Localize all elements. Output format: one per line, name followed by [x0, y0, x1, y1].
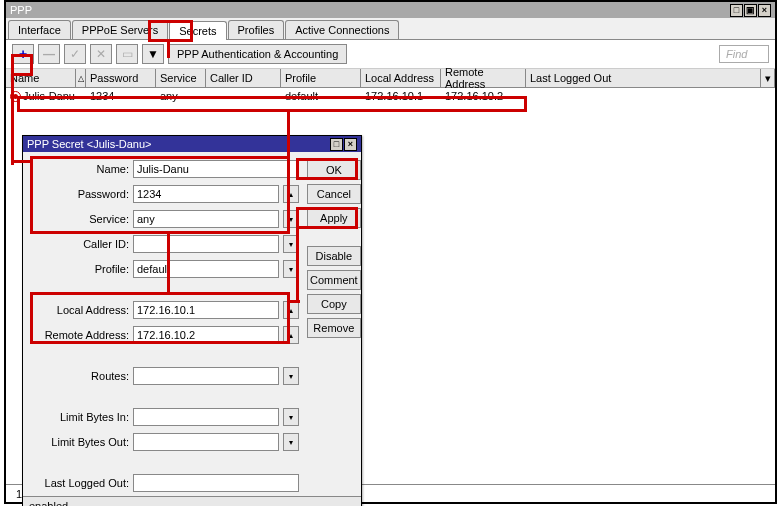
- ppp-secret-dialog: PPP Secret <Julis-Danu> □ × Name: Passwo…: [22, 135, 362, 506]
- input-name[interactable]: [133, 160, 299, 178]
- table-row[interactable]: Julis-Danu 1234 any default 172.16.10.1 …: [6, 88, 775, 104]
- label-last-logged: Last Logged Out:: [31, 477, 129, 489]
- input-last-logged[interactable]: [133, 474, 299, 492]
- field-profile: Profile: ▾: [31, 260, 299, 278]
- ppp-auth-button[interactable]: PPP Authentication & Accounting: [168, 44, 347, 64]
- field-service: Service: ▾: [31, 210, 299, 228]
- label-routes: Routes:: [31, 370, 129, 382]
- profile-dropdown-icon[interactable]: ▾: [283, 260, 299, 278]
- field-password: Password: ▴: [31, 185, 299, 203]
- label-password: Password:: [31, 188, 129, 200]
- col-local-address[interactable]: Local Address: [361, 69, 441, 87]
- cell-profile: default: [281, 89, 361, 103]
- limit-out-toggle-icon[interactable]: ▾: [283, 433, 299, 451]
- label-name: Name:: [31, 163, 129, 175]
- field-limit-bytes-out: Limit Bytes Out: ▾: [31, 433, 299, 451]
- col-name[interactable]: Name: [6, 69, 76, 87]
- field-local-address: Local Address: ▴: [31, 301, 299, 319]
- cell-name-text: Julis-Danu: [23, 90, 75, 102]
- comment-button[interactable]: ▭: [116, 44, 138, 64]
- caller-id-toggle-icon[interactable]: ▾: [283, 235, 299, 253]
- field-name: Name:: [31, 160, 299, 178]
- col-password[interactable]: Password: [86, 69, 156, 87]
- grid-header: Name △ Password Service Caller ID Profil…: [6, 69, 775, 88]
- main-title: PPP: [10, 4, 32, 16]
- label-limit-in: Limit Bytes In:: [31, 411, 129, 423]
- cell-service: any: [156, 89, 206, 103]
- input-service[interactable]: [133, 210, 279, 228]
- enable-button[interactable]: ✓: [64, 44, 86, 64]
- label-limit-out: Limit Bytes Out:: [31, 436, 129, 448]
- sort-indicator-icon[interactable]: △: [76, 69, 86, 87]
- column-chooser-icon[interactable]: ▾: [761, 69, 775, 87]
- col-remote-address[interactable]: Remote Address: [441, 69, 526, 87]
- input-limit-in[interactable]: [133, 408, 279, 426]
- input-password[interactable]: [133, 185, 279, 203]
- service-dropdown-icon[interactable]: ▾: [283, 210, 299, 228]
- ok-button[interactable]: OK: [307, 160, 361, 180]
- main-titlebar: PPP □ ▣ ×: [6, 2, 775, 18]
- input-limit-out[interactable]: [133, 433, 279, 451]
- dialog-body: Name: Password: ▴ Service: ▾ Caller ID: …: [23, 152, 361, 496]
- tab-pppoe-servers[interactable]: PPPoE Servers: [72, 20, 168, 39]
- routes-toggle-icon[interactable]: ▾: [283, 367, 299, 385]
- spacer: [307, 232, 361, 242]
- close-icon[interactable]: ×: [758, 4, 771, 17]
- form-column: Name: Password: ▴ Service: ▾ Caller ID: …: [31, 160, 299, 492]
- remote-addr-toggle-icon[interactable]: ▴: [283, 326, 299, 344]
- tab-secrets[interactable]: Secrets: [169, 21, 226, 40]
- input-local-address[interactable]: [133, 301, 279, 319]
- cell-name: Julis-Danu: [6, 89, 86, 103]
- dialog-close-icon[interactable]: ×: [344, 138, 357, 151]
- remove-button[interactable]: Remove: [307, 318, 361, 338]
- add-button[interactable]: +: [12, 44, 34, 64]
- copy-button[interactable]: Copy: [307, 294, 361, 314]
- tab-bar: Interface PPPoE Servers Secrets Profiles…: [6, 18, 775, 40]
- secret-icon: [10, 91, 21, 102]
- cell-local-address: 172.16.10.1: [361, 89, 441, 103]
- dialog-minimize-icon[interactable]: □: [330, 138, 343, 151]
- dialog-controls: □ ×: [330, 138, 357, 151]
- cell-password: 1234: [86, 89, 156, 103]
- remove-button[interactable]: —: [38, 44, 60, 64]
- cancel-button[interactable]: Cancel: [307, 184, 361, 204]
- filter-button[interactable]: ▼: [142, 44, 164, 64]
- disable-button[interactable]: Disable: [307, 246, 361, 266]
- input-remote-address[interactable]: [133, 326, 279, 344]
- input-profile[interactable]: [133, 260, 279, 278]
- field-limit-bytes-in: Limit Bytes In: ▾: [31, 408, 299, 426]
- col-profile[interactable]: Profile: [281, 69, 361, 87]
- col-service[interactable]: Service: [156, 69, 206, 87]
- col-last-logged-out[interactable]: Last Logged Out: [526, 69, 761, 87]
- limit-in-toggle-icon[interactable]: ▾: [283, 408, 299, 426]
- minimize-icon[interactable]: □: [730, 4, 743, 17]
- dialog-titlebar: PPP Secret <Julis-Danu> □ ×: [23, 136, 361, 152]
- tab-interface[interactable]: Interface: [8, 20, 71, 39]
- apply-button[interactable]: Apply: [307, 208, 361, 228]
- password-toggle-icon[interactable]: ▴: [283, 185, 299, 203]
- cell-caller-id: [206, 95, 281, 97]
- field-remote-address: Remote Address: ▴: [31, 326, 299, 344]
- toolbar: + — ✓ ✕ ▭ ▼ PPP Authentication & Account…: [6, 40, 775, 69]
- label-local-address: Local Address:: [31, 304, 129, 316]
- cell-remote-address: 172.16.10.2: [441, 89, 526, 103]
- tab-active-connections[interactable]: Active Connections: [285, 20, 399, 39]
- find-input[interactable]: Find: [719, 45, 769, 63]
- label-service: Service:: [31, 213, 129, 225]
- disable-button[interactable]: ✕: [90, 44, 112, 64]
- tab-profiles[interactable]: Profiles: [228, 20, 285, 39]
- col-caller-id[interactable]: Caller ID: [206, 69, 281, 87]
- label-remote-address: Remote Address:: [31, 329, 129, 341]
- local-addr-toggle-icon[interactable]: ▴: [283, 301, 299, 319]
- button-column: OK Cancel Apply Disable Comment Copy Rem…: [307, 160, 361, 492]
- label-caller-id: Caller ID:: [31, 238, 129, 250]
- input-routes[interactable]: [133, 367, 279, 385]
- input-caller-id[interactable]: [133, 235, 279, 253]
- label-profile: Profile:: [31, 263, 129, 275]
- field-routes: Routes: ▾: [31, 367, 299, 385]
- dialog-status: enabled: [23, 496, 361, 506]
- window-controls: □ ▣ ×: [730, 4, 771, 17]
- dialog-title: PPP Secret <Julis-Danu>: [27, 138, 152, 150]
- comment-button[interactable]: Comment: [307, 270, 361, 290]
- maximize-icon[interactable]: ▣: [744, 4, 757, 17]
